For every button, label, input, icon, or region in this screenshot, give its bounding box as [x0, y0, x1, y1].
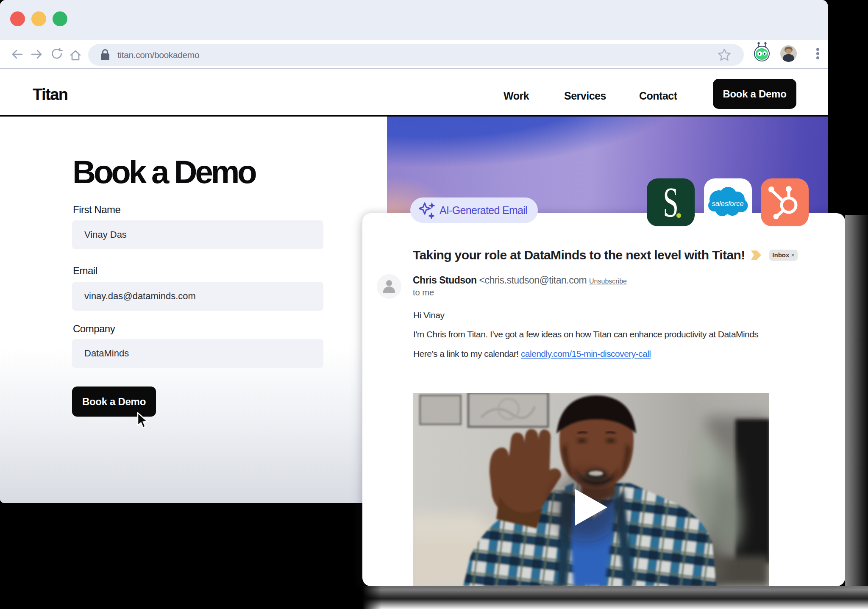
svg-text:salesforce: salesforce	[712, 200, 743, 207]
